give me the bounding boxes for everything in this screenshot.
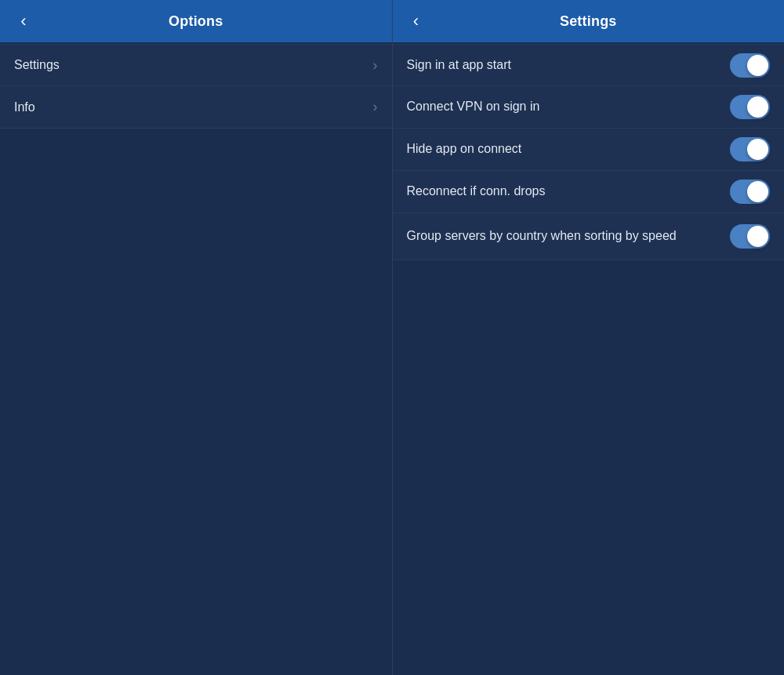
toggle-hide-app-connect[interactable] (730, 137, 770, 161)
menu-item-settings[interactable]: Settings › (0, 44, 392, 86)
right-panel: ‹ Settings Sign in at app start Connect … (393, 0, 785, 675)
toggle-connect-vpn-sign-in[interactable] (730, 95, 770, 119)
settings-item-group-servers-country: Group servers by country when sorting by… (393, 213, 785, 260)
toggle-track (730, 53, 770, 78)
right-header: ‹ Settings (393, 0, 785, 42)
options-menu-list: Settings › Info › (0, 44, 392, 129)
chevron-right-icon: › (373, 57, 378, 74)
toggle-thumb (747, 55, 768, 76)
chevron-right-icon: › (373, 99, 378, 115)
left-panel: ‹ Options Settings › Info › (0, 0, 393, 675)
left-header-title: Options (169, 13, 223, 30)
settings-item-reconnect-conn-drops: Reconnect if conn. drops (393, 171, 785, 213)
toggle-thumb (747, 226, 768, 247)
toggle-thumb (747, 139, 768, 160)
toggle-track (730, 95, 770, 119)
menu-item-settings-label: Settings (14, 58, 60, 72)
settings-label-group-servers-country: Group servers by country when sorting by… (407, 228, 731, 245)
toggle-group-servers-country[interactable] (730, 224, 770, 249)
settings-label-reconnect-conn-drops: Reconnect if conn. drops (407, 183, 731, 200)
left-back-button[interactable]: ‹ (11, 9, 36, 34)
menu-item-info-label: Info (14, 100, 35, 114)
settings-label-hide-app-connect: Hide app on connect (407, 141, 731, 158)
toggle-track (730, 224, 770, 249)
right-back-button[interactable]: ‹ (404, 9, 429, 34)
settings-label-connect-vpn-sign-in: Connect VPN on sign in (407, 99, 731, 115)
toggle-thumb (747, 96, 768, 118)
settings-label-sign-in-app-start: Sign in at app start (407, 57, 731, 74)
right-header-title: Settings (560, 13, 617, 30)
settings-list: Sign in at app start Connect VPN on sign… (393, 44, 785, 260)
toggle-track (730, 137, 770, 161)
settings-item-sign-in-app-start: Sign in at app start (393, 44, 785, 86)
settings-item-connect-vpn-sign-in: Connect VPN on sign in (393, 86, 785, 129)
toggle-sign-in-app-start[interactable] (730, 53, 770, 78)
toggle-track (730, 180, 770, 204)
toggle-reconnect-conn-drops[interactable] (730, 180, 770, 204)
menu-item-info[interactable]: Info › (0, 86, 392, 129)
settings-item-hide-app-connect: Hide app on connect (393, 129, 785, 171)
left-header: ‹ Options (0, 0, 392, 42)
toggle-thumb (747, 181, 768, 202)
